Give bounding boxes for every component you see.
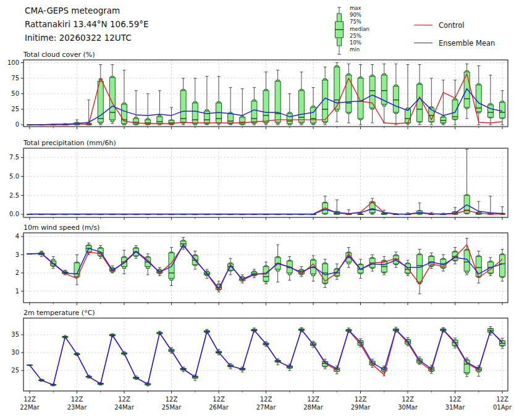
svg-text:4: 4 (15, 233, 19, 240)
x-tick-hour: 12Z (71, 396, 83, 403)
x-tick-hour: 12Z (23, 396, 36, 403)
svg-text:25: 25 (11, 367, 19, 374)
x-tick-hour: 12Z (213, 396, 225, 403)
panel-title-1: Total precipitation (mm/6h) (23, 139, 116, 147)
svg-text:100: 100 (7, 59, 19, 66)
meteogram-canvas: 0255075100Total cloud cover (%)0.02.55.0… (0, 0, 519, 420)
x-tick-date: 27Mar (256, 404, 276, 411)
svg-text:3: 3 (15, 251, 19, 258)
x-tick-date: 31Mar (445, 404, 465, 411)
svg-text:75: 75 (11, 75, 19, 82)
x-tick-date: 29Mar (351, 404, 371, 411)
svg-text:50: 50 (11, 90, 19, 97)
svg-text:1: 1 (15, 288, 19, 295)
x-tick-date: 22Mar (20, 404, 40, 411)
svg-text:5.0: 5.0 (9, 173, 19, 180)
svg-text:35: 35 (11, 331, 19, 338)
panel-0: 0255075100Total cloud cover (%) (7, 51, 508, 129)
x-tick-date: 01Apr (493, 404, 512, 411)
panel-1: 0.02.55.07.5Total precipitation (mm/6h) (9, 139, 508, 220)
x-tick-hour: 12Z (496, 396, 508, 403)
svg-text:25: 25 (11, 106, 19, 112)
panel-title-3: 2m temperature (°C) (23, 309, 95, 317)
panel-title-0: Total cloud cover (%) (23, 51, 95, 59)
svg-text:7.5: 7.5 (9, 154, 19, 161)
x-tick-hour: 12Z (355, 396, 367, 403)
x-tick-hour: 12Z (402, 396, 414, 403)
x-tick-date: 23Mar (67, 404, 87, 411)
x-tick-date: 24Mar (114, 404, 134, 411)
panel-3: 2530352m temperature (°C) (11, 309, 508, 393)
svg-text:2: 2 (15, 269, 19, 276)
svg-text:30: 30 (11, 349, 19, 356)
x-tick-date: 30Mar (398, 404, 418, 411)
x-tick-date: 25Mar (162, 404, 182, 411)
x-tick-hour: 12Z (307, 396, 319, 403)
svg-text:0: 0 (15, 121, 19, 128)
x-tick-hour: 12Z (260, 396, 272, 403)
x-tick-date: 28Mar (303, 404, 323, 411)
x-tick-hour: 12Z (166, 396, 178, 403)
meteogram-panels: 0255075100Total cloud cover (%)0.02.55.0… (0, 0, 519, 420)
x-tick-hour: 12Z (449, 396, 462, 403)
svg-text:2.5: 2.5 (9, 192, 19, 199)
x-tick-date: 26Mar (209, 404, 229, 411)
x-tick-hour: 12Z (118, 396, 130, 403)
svg-text:0.0: 0.0 (9, 211, 19, 217)
panel-2: 123410m wind speed (m/s) (15, 224, 508, 305)
panel-title-2: 10m wind speed (m/s) (23, 224, 99, 232)
